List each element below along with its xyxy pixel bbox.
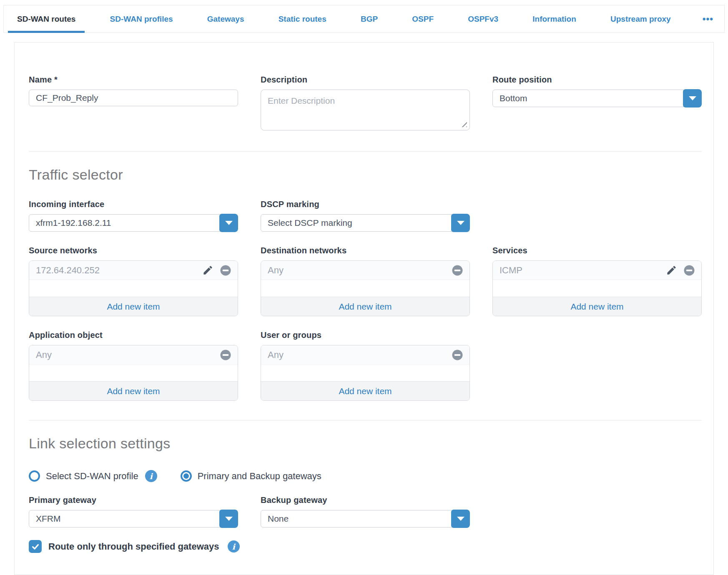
- list-item: Any: [261, 345, 469, 365]
- chevron-down-icon[interactable]: [219, 510, 238, 528]
- backup-gateway-label: Backup gateway: [261, 495, 470, 505]
- tab-static-routes[interactable]: Static routes: [269, 5, 336, 32]
- source-networks-label: Source networks: [29, 246, 238, 255]
- chevron-down-icon[interactable]: [683, 89, 702, 108]
- list-empty-area: [261, 280, 469, 297]
- list-item: Any: [29, 345, 238, 365]
- dscp-marking-dropdown[interactable]: Select DSCP marking: [261, 214, 470, 232]
- traffic-selector-heading: Traffic selector: [29, 167, 702, 183]
- list-item: 172.64.240.252: [29, 261, 238, 280]
- remove-minus-icon[interactable]: [451, 349, 464, 361]
- traffic-selector-listbox-row: Source networks 172.64.240.252 Add new i…: [29, 246, 702, 316]
- general-section: Name * Description Route position Bottom: [29, 75, 702, 132]
- dscp-marking-value: Select DSCP marking: [261, 214, 452, 232]
- remove-minus-icon[interactable]: [219, 349, 232, 361]
- info-icon[interactable]: i: [228, 540, 240, 552]
- list-empty-area: [493, 280, 701, 297]
- list-item: Any: [261, 261, 469, 280]
- tab-gateways[interactable]: Gateways: [198, 5, 254, 32]
- backup-gateway-dropdown[interactable]: None: [261, 510, 470, 528]
- tab-sdwan-routes[interactable]: SD-WAN routes: [8, 5, 85, 32]
- radio-selected-icon[interactable]: [181, 470, 192, 482]
- caret-glyph: [225, 517, 233, 521]
- user-or-groups-list: Any Add new item: [261, 345, 470, 401]
- chevron-down-icon[interactable]: [451, 214, 470, 232]
- list-item-text: Any: [36, 350, 219, 360]
- name-input[interactable]: [29, 90, 238, 106]
- caret-glyph: [689, 96, 696, 100]
- list-empty-area: [261, 365, 469, 381]
- route-position-label: Route position: [492, 75, 702, 85]
- traffic-selector-dropdown-row: Incoming interface xfrm1-192.168.2.11 DS…: [29, 200, 702, 232]
- chevron-down-icon[interactable]: [451, 510, 470, 528]
- application-object-label: Application object: [29, 330, 238, 340]
- add-new-item-button[interactable]: Add new item: [29, 297, 238, 316]
- route-position-value: Bottom: [492, 90, 684, 107]
- route-only-checkbox-label: Route only through specified gateways: [48, 541, 219, 552]
- list-item-text: Any: [268, 350, 451, 360]
- services-list: ICMP Add new item: [492, 260, 702, 316]
- section-divider: [29, 151, 702, 152]
- application-object-field-group: Application object Any Add new item: [29, 330, 238, 401]
- section-divider: [29, 420, 702, 420]
- route-position-field-group: Route position Bottom: [492, 75, 702, 107]
- caret-glyph: [457, 221, 464, 225]
- incoming-interface-value: xfrm1-192.168.2.11: [29, 214, 220, 232]
- tab-bgp[interactable]: BGP: [351, 5, 387, 32]
- caret-glyph: [225, 221, 233, 225]
- primary-gateway-dropdown[interactable]: XFRM: [29, 510, 238, 528]
- add-new-item-button[interactable]: Add new item: [261, 381, 469, 400]
- user-or-groups-label: User or groups: [261, 330, 470, 340]
- info-icon[interactable]: i: [145, 470, 157, 482]
- primary-gateway-label: Primary gateway: [29, 495, 238, 505]
- tab-sdwan-profiles[interactable]: SD-WAN profiles: [101, 5, 182, 32]
- primary-gateway-value: XFRM: [29, 510, 220, 528]
- destination-networks-list: Any Add new item: [261, 260, 470, 316]
- description-field-group: Description: [261, 75, 470, 132]
- radio-unselected-icon[interactable]: [29, 470, 40, 482]
- tab-information[interactable]: Information: [523, 5, 585, 32]
- name-field-group: Name *: [29, 75, 238, 106]
- dscp-marking-label: DSCP marking: [261, 200, 470, 209]
- add-new-item-button[interactable]: Add new item: [29, 381, 238, 400]
- traffic-selector-listbox-row-2: Application object Any Add new item User…: [29, 330, 702, 401]
- add-new-item-button[interactable]: Add new item: [261, 297, 469, 316]
- edit-pencil-icon[interactable]: [202, 265, 213, 276]
- incoming-interface-dropdown[interactable]: xfrm1-192.168.2.11: [29, 214, 238, 232]
- description-textarea[interactable]: [261, 90, 470, 130]
- tab-ospf[interactable]: OSPF: [403, 5, 443, 32]
- checkbox-checked-icon[interactable]: [29, 540, 42, 553]
- radio-option-primary-backup[interactable]: Primary and Backup gateways: [181, 470, 328, 482]
- remove-minus-icon[interactable]: [219, 264, 232, 277]
- destination-networks-label: Destination networks: [261, 246, 470, 255]
- caret-glyph: [457, 517, 464, 521]
- tab-ospfv3[interactable]: OSPFv3: [459, 5, 507, 32]
- list-empty-area: [29, 280, 238, 297]
- edit-pencil-icon[interactable]: [666, 265, 677, 276]
- chevron-down-icon[interactable]: [219, 214, 238, 232]
- add-new-item-button[interactable]: Add new item: [493, 297, 701, 316]
- source-networks-list: 172.64.240.252 Add new item: [29, 260, 238, 316]
- destination-networks-field-group: Destination networks Any Add new item: [261, 246, 470, 316]
- remove-minus-icon[interactable]: [451, 264, 464, 277]
- radio-label: Select SD-WAN profile: [46, 471, 138, 482]
- list-empty-area: [29, 365, 238, 381]
- tabs-overflow-icon[interactable]: •••: [696, 5, 720, 32]
- list-item-text: Any: [268, 265, 451, 276]
- route-position-dropdown[interactable]: Bottom: [492, 90, 702, 107]
- backup-gateway-field-group: Backup gateway None: [261, 495, 470, 528]
- description-label: Description: [261, 75, 470, 85]
- backup-gateway-value: None: [261, 510, 452, 528]
- tab-upstream-proxy[interactable]: Upstream proxy: [601, 5, 680, 32]
- sdwan-route-form-card: Name * Description Route position Bottom…: [14, 42, 714, 575]
- radio-option-sdwan-profile[interactable]: Select SD-WAN profile i: [29, 470, 157, 482]
- name-label: Name *: [29, 75, 238, 85]
- list-item-text: 172.64.240.252: [36, 265, 202, 276]
- list-item-text: ICMP: [500, 265, 666, 276]
- services-label: Services: [492, 246, 702, 255]
- remove-minus-icon[interactable]: [683, 264, 695, 277]
- gateway-dropdown-row: Primary gateway XFRM Backup gateway None: [29, 495, 702, 528]
- link-selection-heading: Link selection settings: [29, 435, 702, 452]
- source-networks-field-group: Source networks 172.64.240.252 Add new i…: [29, 246, 238, 316]
- link-selection-radio-group: Select SD-WAN profile i Primary and Back…: [29, 470, 702, 482]
